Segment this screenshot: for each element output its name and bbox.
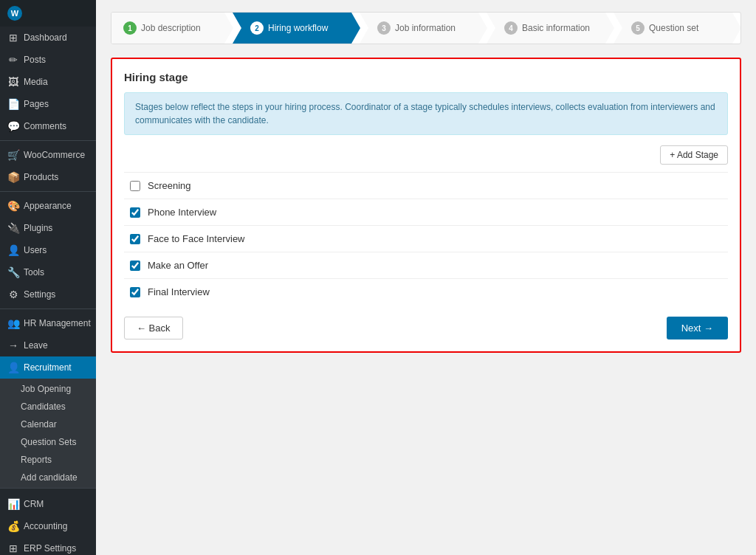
sidebar-divider-3 (0, 308, 96, 309)
add-stage-button[interactable]: + Add Stage (660, 145, 728, 165)
stage-phone-interview: Phone Interview (124, 199, 728, 225)
stage-phone-interview-label: Phone Interview (148, 207, 216, 218)
wizard-steps: 1 Job description 2 Hiring workflow 3 Jo… (111, 12, 741, 44)
sidebar-item-tools[interactable]: 🔧 Tools (0, 261, 96, 283)
step-5-num: 5 (631, 21, 645, 35)
sidebar-item-appearance[interactable]: 🎨 Appearance (0, 195, 96, 217)
card-title: Hiring stage (124, 71, 728, 83)
sidebar-item-media[interactable]: 🖼 Media (0, 71, 96, 93)
crm-icon: 📊 (7, 498, 19, 510)
sidebar-item-erp-settings[interactable]: ⊞ ERP Settings (0, 537, 96, 555)
stage-face-to-face: Face to Face Interview (124, 225, 728, 252)
stage-phone-interview-checkbox[interactable] (130, 207, 140, 218)
submenu-add-candidate[interactable]: Add candidate (0, 469, 96, 486)
next-button[interactable]: Next → (667, 317, 728, 339)
plugins-icon: 🔌 (7, 222, 19, 234)
products-icon: 📦 (7, 171, 19, 183)
submenu-reports[interactable]: Reports (0, 451, 96, 469)
erp-settings-icon: ⊞ (7, 542, 19, 554)
stage-make-offer-label: Make an Offer (148, 260, 208, 271)
woocommerce-icon: 🛒 (7, 149, 19, 161)
stage-make-an-offer: Make an Offer (124, 252, 728, 278)
wizard-step-5[interactable]: 5 Question set (614, 13, 741, 44)
comments-icon: 💬 (7, 120, 19, 132)
posts-icon: ✏ (7, 54, 19, 66)
step-5-label: Question set (649, 23, 698, 33)
tools-icon: 🔧 (7, 266, 19, 278)
sidebar: W ⊞ Dashboard ✏ Posts 🖼 Media 📄 Pages 💬 … (0, 0, 96, 555)
recruitment-submenu: Job Opening Candidates Calendar Question… (0, 379, 96, 488)
submenu-calendar[interactable]: Calendar (0, 416, 96, 433)
sidebar-item-pages[interactable]: 📄 Pages (0, 93, 96, 115)
appearance-icon: 🎨 (7, 200, 19, 212)
settings-icon: ⚙ (7, 289, 19, 300)
back-button[interactable]: ← Back (124, 317, 183, 339)
users-icon: 👤 (7, 244, 19, 256)
sidebar-bottom: 📊 CRM 💰 Accounting ⊞ ERP Settings ← Coll… (0, 488, 96, 555)
main-content: 1 Job description 2 Hiring workflow 3 Jo… (96, 0, 756, 555)
sidebar-item-recruitment[interactable]: 👤 Recruitment (0, 356, 96, 379)
sidebar-item-plugins[interactable]: 🔌 Plugins (0, 217, 96, 239)
sidebar-item-crm[interactable]: 📊 CRM (0, 493, 96, 515)
sidebar-divider-1 (0, 140, 96, 141)
sidebar-item-accounting[interactable]: 💰 Accounting (0, 515, 96, 537)
step-1-num: 1 (123, 21, 137, 35)
wizard-step-3[interactable]: 3 Job information (360, 13, 487, 44)
sidebar-item-posts[interactable]: ✏ Posts (0, 49, 96, 71)
add-stage-row: + Add Stage (124, 145, 728, 165)
recruitment-icon: 👤 (7, 362, 19, 373)
submenu-question-sets[interactable]: Question Sets (0, 433, 96, 451)
accounting-icon: 💰 (7, 520, 19, 532)
stage-final-interview-checkbox[interactable] (130, 287, 140, 297)
step-1-label: Job description (141, 23, 201, 33)
stage-final-interview: Final Interview (124, 278, 728, 305)
step-2-num: 2 (250, 21, 264, 35)
leave-icon: → (7, 339, 19, 351)
stage-face-to-face-checkbox[interactable] (130, 234, 140, 244)
wizard-step-2[interactable]: 2 Hiring workflow (233, 13, 360, 44)
stage-screening: Screening (124, 172, 728, 199)
hiring-stage-card: Hiring stage Stages below reflect the st… (111, 58, 741, 353)
sidebar-logo: W (0, 0, 96, 27)
stage-final-interview-label: Final Interview (148, 286, 210, 297)
sidebar-item-dashboard[interactable]: ⊞ Dashboard (0, 27, 96, 49)
wp-logo-icon: W (7, 6, 22, 21)
step-2-label: Hiring workflow (268, 23, 328, 33)
page-content: 1 Job description 2 Hiring workflow 3 Jo… (96, 0, 756, 555)
stage-face-to-face-label: Face to Face Interview (148, 233, 245, 244)
stage-screening-checkbox[interactable] (130, 181, 140, 191)
step-4-label: Basic information (522, 23, 590, 33)
submenu-candidates[interactable]: Candidates (0, 398, 96, 416)
sidebar-item-comments[interactable]: 💬 Comments (0, 115, 96, 137)
sidebar-item-leave[interactable]: → Leave (0, 334, 96, 356)
sidebar-item-products[interactable]: 📦 Products (0, 166, 96, 188)
stage-screening-label: Screening (148, 180, 191, 191)
pages-icon: 📄 (7, 98, 19, 110)
wizard-step-1[interactable]: 1 Job description (111, 13, 233, 44)
hr-icon: 👥 (7, 317, 19, 329)
step-4-num: 4 (504, 21, 518, 35)
action-row: ← Back Next → (124, 317, 728, 339)
submenu-job-opening[interactable]: Job Opening (0, 380, 96, 398)
media-icon: 🖼 (7, 76, 19, 88)
stage-make-offer-checkbox[interactable] (130, 261, 140, 271)
step-3-num: 3 (377, 21, 391, 35)
sidebar-item-woocommerce[interactable]: 🛒 WooCommerce (0, 144, 96, 166)
wizard-step-4[interactable]: 4 Basic information (487, 13, 614, 44)
info-box: Stages below reflect the steps in your h… (124, 92, 728, 135)
dashboard-icon: ⊞ (7, 32, 19, 44)
step-3-label: Job information (395, 23, 456, 33)
sidebar-item-users[interactable]: 👤 Users (0, 239, 96, 261)
sidebar-item-settings[interactable]: ⚙ Settings (0, 283, 96, 306)
sidebar-item-hr-management[interactable]: 👥 HR Management (0, 312, 96, 334)
sidebar-divider-2 (0, 191, 96, 192)
